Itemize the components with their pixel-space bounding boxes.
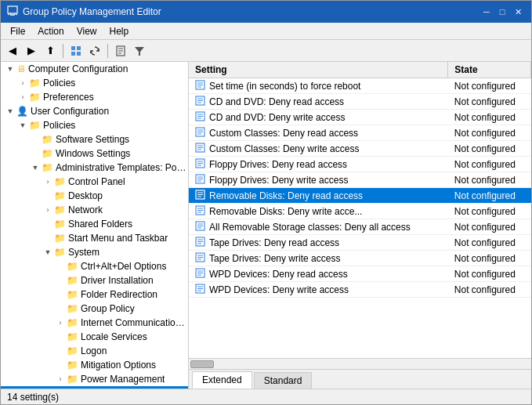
tree-item-desktop[interactable]: 📁 Desktop — [1, 189, 188, 203]
tree-panel[interactable]: ▼ 🖥 Computer Configuration › 📁 Policies … — [1, 62, 189, 389]
state-cell: Not configured — [448, 251, 531, 266]
main-area: ▼ 🖥 Computer Configuration › 📁 Policies … — [1, 62, 531, 389]
toggle-windows-settings — [29, 150, 42, 157]
tab-standard[interactable]: Standard — [254, 372, 313, 389]
menu-view[interactable]: View — [71, 24, 103, 38]
toggle-start-menu — [42, 234, 54, 242]
folder-icon-mitigation: 📁 — [67, 360, 78, 371]
table-row[interactable]: Floppy Drives: Deny read accessNot confi… — [189, 157, 531, 172]
table-row[interactable]: CD and DVD: Deny read accessNot configur… — [189, 94, 531, 110]
toggle-user-config[interactable]: ▼ — [4, 107, 16, 115]
setting-icon — [195, 143, 206, 154]
table-row[interactable]: Tape Drives: Deny write accessNot config… — [189, 251, 531, 266]
toggle-internet-comm[interactable]: › — [54, 319, 67, 327]
svg-rect-0 — [8, 6, 17, 13]
tree-item-software-settings[interactable]: 📁 Software Settings — [1, 132, 188, 146]
menu-help[interactable]: Help — [103, 24, 136, 38]
tree-item-power-mgmt[interactable]: › 📁 Power Management — [1, 372, 188, 386]
horizontal-scrollbar[interactable] — [189, 359, 531, 370]
tree-item-admin-templates[interactable]: ▼ 📁 Administrative Templates: Policy d..… — [1, 161, 188, 175]
back-button[interactable]: ◀ — [4, 42, 21, 60]
table-row[interactable]: CD and DVD: Deny write accessNot configu… — [189, 110, 531, 125]
setting-cell: Tape Drives: Deny read access — [189, 235, 448, 251]
state-cell: Not configured — [448, 172, 531, 188]
table-row[interactable]: Floppy Drives: Deny write accessNot conf… — [189, 172, 531, 188]
status-bar: 14 setting(s) — [1, 389, 531, 404]
table-row[interactable]: Removable Disks: Deny read accessNot con… — [189, 188, 531, 204]
maximize-button[interactable]: □ — [495, 5, 509, 18]
tree-label-desktop: Desktop — [68, 190, 103, 201]
tree-label-policies2: Policies — [43, 120, 75, 131]
folder-icon-folder-redirect: 📁 — [67, 289, 78, 300]
settings-table[interactable]: Setting State Set time (in seconds) to f… — [189, 62, 531, 358]
tree-label-mitigation: Mitigation Options — [81, 360, 156, 371]
table-row[interactable]: Removable Disks: Deny write acce...Not c… — [189, 204, 531, 219]
tree-label-network: Network — [68, 204, 103, 215]
setting-cell: Set time (in seconds) to force reboot — [189, 78, 448, 94]
menu-file[interactable]: File — [4, 24, 31, 38]
tree-item-folder-redirect[interactable]: 📁 Folder Redirection — [1, 287, 188, 302]
setting-cell: Tape Drives: Deny write access — [189, 251, 448, 266]
show-hide-button[interactable] — [67, 42, 85, 60]
table-row[interactable]: All Removable Storage classes: Deny all … — [189, 219, 531, 235]
toggle-computer-config[interactable]: ▼ — [4, 65, 16, 73]
tree-item-ctrl-alt-del[interactable]: 📁 Ctrl+Alt+Del Options — [1, 259, 188, 273]
tree-item-computer-config[interactable]: ▼ 🖥 Computer Configuration — [1, 62, 188, 76]
filter-button[interactable] — [131, 42, 148, 60]
tree-item-logon[interactable]: 📁 Logon — [1, 344, 188, 358]
folder-icon-locale-services: 📁 — [67, 331, 78, 342]
tree-item-policies2[interactable]: ▼ 📁 Policies — [1, 118, 188, 132]
tree-item-policies[interactable]: › 📁 Policies — [1, 76, 188, 90]
tree-item-driver-install[interactable]: 📁 Driver Installation — [1, 273, 188, 287]
title-controls: ─ □ ✕ — [480, 5, 525, 18]
setting-label: WPD Devices: Deny write access — [209, 284, 349, 295]
tree-label-power-mgmt: Power Management — [81, 374, 165, 385]
tab-extended[interactable]: Extended — [192, 371, 252, 389]
scroll-thumb[interactable] — [190, 360, 214, 368]
menu-action[interactable]: Action — [31, 24, 70, 38]
folder-icon-system: 📁 — [54, 247, 66, 258]
toggle-admin-templates[interactable]: ▼ — [29, 164, 42, 172]
tree-label-software-settings: Software Settings — [56, 134, 129, 145]
table-row[interactable]: WPD Devices: Deny write accessNot config… — [189, 282, 531, 298]
title-bar-left: Group Policy Management Editor — [7, 5, 161, 19]
toggle-network[interactable]: › — [42, 206, 54, 214]
tree-item-group-policy[interactable]: 📁 Group Policy — [1, 302, 188, 316]
table-row[interactable]: Custom Classes: Deny read accessNot conf… — [189, 125, 531, 141]
col-header-state: State — [448, 62, 531, 78]
tree-item-shared-folders[interactable]: 📁 Shared Folders — [1, 217, 188, 231]
up-button[interactable]: ⬆ — [42, 42, 59, 60]
state-cell: Not configured — [448, 235, 531, 251]
close-button[interactable]: ✕ — [511, 5, 525, 18]
folder-icon-shared-folders: 📁 — [54, 219, 66, 230]
tree-item-system[interactable]: ▼ 📁 System — [1, 245, 188, 259]
state-cell: Not configured — [448, 282, 531, 298]
table-row[interactable]: Custom Classes: Deny write accessNot con… — [189, 141, 531, 157]
tree-item-mitigation[interactable]: 📁 Mitigation Options — [1, 358, 188, 372]
minimize-button[interactable]: ─ — [480, 5, 494, 18]
tree-label-shared-folders: Shared Folders — [68, 219, 132, 230]
forward-button[interactable]: ▶ — [23, 42, 40, 60]
toggle-preferences[interactable]: › — [16, 93, 29, 101]
toggle-control-panel[interactable]: › — [42, 178, 54, 186]
table-row[interactable]: WPD Devices: Deny read accessNot configu… — [189, 266, 531, 282]
tree-item-control-panel[interactable]: › 📁 Control Panel — [1, 175, 188, 189]
state-cell: Not configured — [448, 188, 531, 204]
toggle-policies2[interactable]: ▼ — [16, 121, 29, 129]
table-row[interactable]: Set time (in seconds) to force rebootNot… — [189, 78, 531, 94]
toggle-power-mgmt[interactable]: › — [54, 375, 67, 383]
tree-item-user-config[interactable]: ▼ 👤 User Configuration — [1, 104, 188, 118]
toggle-policies[interactable]: › — [16, 79, 29, 87]
toggle-system[interactable]: ▼ — [42, 248, 54, 256]
tree-item-network[interactable]: › 📁 Network — [1, 203, 188, 217]
tree-item-windows-settings[interactable]: 📁 Windows Settings — [1, 146, 188, 161]
tree-item-start-menu[interactable]: 📁 Start Menu and Taskbar — [1, 231, 188, 245]
tree-item-internet-comm[interactable]: › 📁 Internet Communication M... — [1, 316, 188, 330]
tree-item-preferences[interactable]: › 📁 Preferences — [1, 90, 188, 104]
main-window: Group Policy Management Editor ─ □ ✕ Fil… — [0, 0, 532, 405]
properties-button[interactable] — [112, 42, 129, 60]
toggle-locale-services — [54, 333, 67, 341]
tree-item-locale-services[interactable]: 📁 Locale Services — [1, 330, 188, 344]
refresh-button[interactable] — [86, 42, 103, 60]
table-row[interactable]: Tape Drives: Deny read accessNot configu… — [189, 235, 531, 251]
